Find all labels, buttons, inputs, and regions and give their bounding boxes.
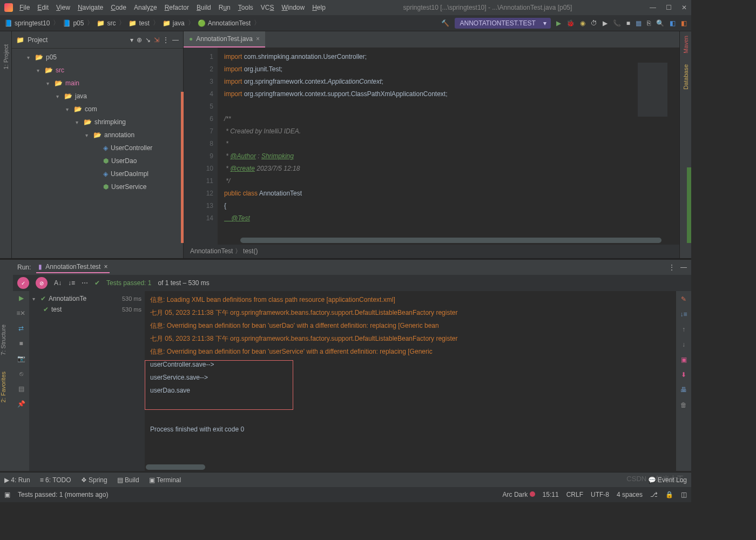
tree-node[interactable]: ⬢UserDao bbox=[12, 154, 183, 167]
ext1-icon[interactable]: ◧ bbox=[670, 19, 676, 27]
scroll-from-icon[interactable]: ↘ bbox=[145, 36, 151, 44]
marker-icon[interactable]: ▣ bbox=[681, 356, 687, 363]
menu-navigate[interactable]: Navigate bbox=[78, 4, 103, 11]
hammer-icon[interactable]: 🔨 bbox=[441, 19, 449, 27]
caret-pos[interactable]: 15:11 bbox=[543, 491, 559, 498]
encoding[interactable]: UTF-8 bbox=[591, 491, 609, 498]
run-config-selector[interactable]: ANNOTATIONTEST.TEST bbox=[455, 18, 551, 29]
settings-icon[interactable]: ⋮ bbox=[163, 36, 169, 44]
layout-run-icon[interactable]: ▤ bbox=[18, 385, 24, 393]
pin-icon[interactable]: 📌 bbox=[17, 400, 25, 408]
editor-breadcrumb[interactable]: AnnotationTest 〉 test() bbox=[184, 245, 679, 258]
project-label[interactable]: Project bbox=[28, 36, 127, 44]
run-hide-icon[interactable]: — bbox=[680, 264, 687, 271]
lock-icon[interactable]: 🔒 bbox=[665, 491, 673, 498]
project-tool-button[interactable]: 1: Project bbox=[3, 44, 9, 69]
favorites-tool-button[interactable]: 2: Favorites bbox=[0, 372, 6, 402]
attach-icon[interactable]: ▶ bbox=[603, 19, 608, 27]
sort-icon[interactable]: A↓ bbox=[54, 279, 62, 287]
profile-icon[interactable]: ⏱ bbox=[591, 19, 597, 27]
tool-todo[interactable]: ≡ 6: TODO bbox=[40, 476, 71, 484]
toggle-icon[interactable]: ≡✕ bbox=[16, 309, 25, 317]
project-tree[interactable]: ▾📂p05▾📂src▾📂main▾📂java▾📂com▾📂shrimpking▾… bbox=[12, 49, 183, 258]
edit-icon[interactable]: ✎ bbox=[681, 295, 686, 303]
filter-icon[interactable]: ↓≡ bbox=[680, 310, 687, 318]
maven-tool-button[interactable]: Maven bbox=[683, 36, 689, 53]
minimize-icon[interactable]: — bbox=[650, 4, 656, 11]
run-tab[interactable]: ▮ AnnotationTest.test × bbox=[36, 261, 110, 273]
stop-run-icon[interactable]: ■ bbox=[19, 340, 23, 347]
exit-icon[interactable]: ⎋ bbox=[19, 370, 23, 377]
up-icon[interactable]: ↑ bbox=[682, 326, 685, 333]
menu-view[interactable]: View bbox=[56, 4, 70, 11]
windows-icon[interactable]: ▣ bbox=[4, 491, 10, 498]
search-icon[interactable]: 🔍 bbox=[656, 19, 664, 27]
menu-refactor[interactable]: Refactor bbox=[165, 4, 189, 11]
tool-terminal[interactable]: ▣ Terminal bbox=[149, 476, 181, 484]
line-sep[interactable]: CRLF bbox=[566, 491, 583, 498]
menu-file[interactable]: File bbox=[19, 4, 30, 11]
run-icon[interactable]: ▶ bbox=[556, 19, 561, 27]
tree-node[interactable]: ▾📂com bbox=[12, 103, 183, 116]
layout-icon[interactable]: ▦ bbox=[636, 19, 642, 27]
code-lines[interactable]: import com.shrimpking.annotation.UserCon… bbox=[218, 48, 679, 245]
run-more-icon[interactable]: ⋮ bbox=[669, 264, 675, 271]
git-icon[interactable]: ⎘ bbox=[647, 19, 651, 27]
tree-node[interactable]: ◈UserController bbox=[12, 141, 183, 154]
loading-icon[interactable]: ⋯ bbox=[82, 279, 88, 287]
menu-tools[interactable]: Tools bbox=[238, 4, 253, 11]
debug-icon[interactable]: 🐞 bbox=[566, 19, 575, 27]
menu-edit[interactable]: Edit bbox=[37, 4, 49, 11]
tree-node[interactable]: ▾📂java bbox=[12, 90, 183, 103]
console-h-scrollbar[interactable] bbox=[146, 464, 205, 470]
collapse-icon[interactable]: ⇲ bbox=[154, 36, 159, 44]
select-opened-icon[interactable]: ⊕ bbox=[137, 36, 142, 44]
stop-icon[interactable]: 📞 bbox=[613, 19, 621, 27]
editor-tab[interactable]: ● AnnotationTest.java × bbox=[184, 31, 265, 48]
tree-node[interactable]: ◈UserDaoImpl bbox=[12, 167, 183, 180]
tool-run[interactable]: ▶ 4: Run bbox=[4, 476, 30, 484]
expand-icon[interactable]: ↓≡ bbox=[68, 279, 75, 287]
tool-build[interactable]: ▤ Build bbox=[117, 476, 139, 484]
swap-icon[interactable]: ⇄ bbox=[18, 325, 24, 332]
git-branch-icon[interactable]: ⎇ bbox=[650, 491, 658, 498]
save-icon[interactable]: ⬇ bbox=[681, 371, 686, 379]
menu-help[interactable]: Help bbox=[312, 4, 326, 11]
maximize-icon[interactable]: ☐ bbox=[666, 4, 672, 11]
menu-window[interactable]: Window bbox=[281, 4, 305, 11]
tree-node[interactable]: ▾📂p05 bbox=[12, 51, 183, 64]
menu-code[interactable]: Code bbox=[111, 4, 126, 11]
menu-run[interactable]: Run bbox=[219, 4, 231, 11]
tree-node[interactable]: ▾📂shrimpking bbox=[12, 116, 183, 129]
print-icon[interactable]: 🖶 bbox=[680, 386, 687, 394]
menu-analyze[interactable]: Analyze bbox=[134, 4, 157, 11]
indent[interactable]: 4 spaces bbox=[617, 491, 643, 498]
code-area[interactable]: 1234567891011121314 import com.shrimpkin… bbox=[184, 48, 679, 245]
tree-node[interactable]: ▾📂src bbox=[12, 64, 183, 77]
tree-node[interactable]: ▾📂annotation bbox=[12, 129, 183, 141]
stop2-icon[interactable]: ■ bbox=[626, 19, 630, 27]
editor-h-scrollbar[interactable] bbox=[240, 238, 662, 243]
ext2-icon[interactable]: ◧ bbox=[681, 19, 687, 27]
coverage-icon[interactable]: ◉ bbox=[580, 19, 585, 27]
tree-node[interactable]: ⬢UserService bbox=[12, 180, 183, 193]
structure-tool-button[interactable]: 7: Structure bbox=[0, 325, 6, 355]
camera-icon[interactable]: 📷 bbox=[17, 355, 25, 362]
rerun-icon[interactable]: ▶ bbox=[19, 294, 24, 302]
breadcrumb[interactable]: 📘springtest10〉 📘p05〉 📁src〉 📁test〉 📁java〉… bbox=[4, 18, 261, 28]
down-icon[interactable]: ↓ bbox=[682, 341, 685, 348]
theme-indicator[interactable]: Arc Dark bbox=[503, 491, 535, 498]
close-tab-icon[interactable]: × bbox=[256, 35, 260, 43]
database-tool-button[interactable]: Database bbox=[683, 64, 689, 90]
show-passed-icon[interactable]: ✓ bbox=[17, 277, 29, 289]
tree-node[interactable]: ▾📂main bbox=[12, 77, 183, 90]
minimap[interactable] bbox=[638, 63, 667, 117]
trash-icon[interactable]: 🗑 bbox=[680, 401, 687, 409]
test-tree[interactable]: ▾✔AnnotationTe530 ms ✔test530 ms bbox=[29, 291, 145, 471]
tool-spring[interactable]: ❖ Spring bbox=[81, 476, 107, 484]
menu-build[interactable]: Build bbox=[197, 4, 211, 11]
show-ignored-icon[interactable]: ⊘ bbox=[36, 277, 48, 289]
close-icon[interactable]: ✕ bbox=[681, 4, 687, 11]
console-output[interactable]: 信息: Loading XML bean definitions from cl… bbox=[145, 291, 676, 471]
hide-icon[interactable]: — bbox=[172, 36, 179, 44]
